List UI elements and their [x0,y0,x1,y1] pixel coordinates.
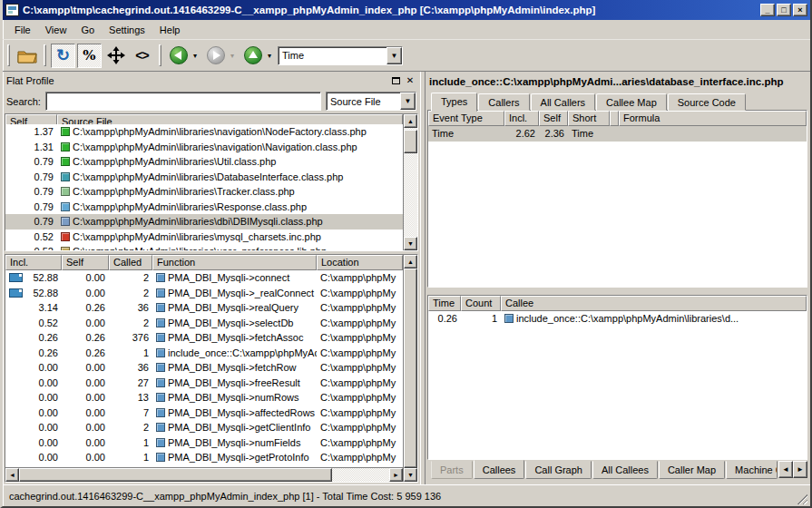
tab-callees[interactable]: Callees [474,460,525,479]
back-button[interactable] [166,44,191,68]
tab-all-callers[interactable]: All Callers [531,93,596,111]
source-file-row[interactable]: 0.79C:\xampp\phpMyAdmin\libraries\Databa… [5,170,403,185]
tab-machine-code[interactable]: Machine Code [726,461,778,479]
function-horizontal-scrollbar[interactable]: ◄ ► [5,467,403,482]
close-button[interactable]: × [793,4,807,16]
cycle-detection-button[interactable]: ↻ [51,44,75,68]
column-header-incl[interactable]: Incl. [504,111,539,126]
tab-scroll-right-icon[interactable]: ► [793,461,807,478]
source-file-row[interactable]: 0.52C:\xampp\phpMyAdmin\libraries\mysql_… [5,230,403,245]
menu-item-settings[interactable]: Settings [103,23,152,37]
column-header-count[interactable]: Count [461,296,501,311]
function-name: PMA_DBI_Mysqli->fetchAssoc [168,332,303,343]
tab-callers[interactable]: Callers [478,93,529,111]
function-row[interactable]: 3.140.2636PMA_DBI_Mysqli->realQueryC:\xa… [5,300,403,316]
column-header-callee[interactable]: Callee [501,296,807,311]
source-file-path: C:\xampp\phpMyAdmin\libraries\DatabaseIn… [73,171,343,182]
minimize-button[interactable]: _ [760,4,775,16]
dock-float-button[interactable] [389,74,402,86]
expand-all-button[interactable] [103,44,128,68]
function-row[interactable]: 52.880.002PMA_DBI_Mysqli->_realConnectC:… [5,286,403,301]
column-header-short[interactable]: Short [568,111,610,126]
function-vertical-scrollbar[interactable]: ▲ ▼ [403,255,417,482]
column-header-incl[interactable]: Incl. [5,255,62,270]
column-header-event-type[interactable]: Event Type [428,111,504,126]
cell-called: 7 [109,405,152,421]
shorten-templates-button[interactable]: <> [130,44,154,68]
menu-item-go[interactable]: Go [74,23,101,37]
callee-row[interactable]: 0.261include_once::C:\xampp\phpMyAdmin\l… [428,311,807,327]
resize-grip[interactable] [796,493,807,504]
maximize-button[interactable]: □ [777,4,791,16]
up-button[interactable] [240,44,265,68]
function-row[interactable]: 0.260.261include_once::C:\xampp\phpMyAd.… [5,346,403,361]
scroll-thumb[interactable] [404,130,417,153]
column-header-called[interactable]: Called [109,255,152,270]
scroll-down-icon[interactable]: ▼ [404,468,417,482]
tab-types[interactable]: Types [431,93,477,112]
function-row[interactable]: 0.000.0013PMA_DBI_Mysqli->numRowsC:\xamp… [5,390,403,405]
cell-location: C:\xampp\phpMy [317,316,403,331]
menu-item-help[interactable]: Help [153,23,187,37]
menu-item-view[interactable]: View [39,23,73,37]
column-header-function[interactable]: Function [152,255,317,270]
function-row[interactable]: 0.000.0036PMA_DBI_Mysqli->fetchRowC:\xam… [5,360,403,376]
source-vertical-scrollbar[interactable]: ▲ ▼ [403,114,417,250]
dock-close-button[interactable]: ✕ [404,74,416,86]
combo-dropdown-icon[interactable]: ▼ [386,47,402,64]
tab-call-graph[interactable]: Call Graph [525,461,592,479]
event-type-row[interactable]: Time2.622.36Time [428,126,807,142]
scroll-left-icon[interactable]: ◄ [5,468,19,482]
open-file-button[interactable] [15,44,39,68]
source-file-path: C:\xampp\phpMyAdmin\libraries\dbi\DBIMys… [73,216,323,227]
scroll-up-icon[interactable]: ▲ [404,255,417,269]
column-header-formula[interactable]: Formula [619,111,807,126]
source-file-row[interactable]: 0.79C:\xampp\phpMyAdmin\libraries\Respon… [5,200,403,215]
function-row[interactable]: 0.000.007PMA_DBI_Mysqli->affectedRowsC:\… [5,405,403,421]
back-dropdown-arrow[interactable]: ▾ [191,52,200,60]
scroll-down-icon[interactable]: ▼ [404,237,417,250]
tab-caller-map[interactable]: Caller Map [659,461,725,479]
column-header-self[interactable]: Self [539,111,568,126]
tab-callee-map[interactable]: Callee Map [596,93,667,111]
function-row[interactable]: 0.520.002PMA_DBI_Mysqli->selectDbC:\xamp… [5,316,403,331]
column-header-time[interactable]: Time [428,296,461,311]
function-row[interactable]: 0.000.002PMA_DBI_Mysqli->getClientInfoC:… [5,420,403,435]
function-row[interactable]: 0.000.001PMA_DBI_Mysqli->getProtoInfoC:\… [5,450,403,465]
menu-bar: FileViewGoSettingsHelp [3,20,810,40]
up-dropdown-arrow[interactable]: ▾ [265,52,274,60]
tab-parts[interactable]: Parts [431,461,473,479]
source-file-row[interactable]: 1.31C:\xampp\phpMyAdmin\libraries\naviga… [5,140,403,155]
function-row[interactable]: 0.000.001PMA_DBI_Mysqli->numFieldsC:\xam… [5,435,403,451]
column-header-location[interactable]: Location [317,255,403,270]
source-file-row[interactable]: 0.79C:\xampp\phpMyAdmin\libraries\Tracke… [5,184,403,200]
source-file-row[interactable]: 1.37C:\xampp\phpMyAdmin\libraries\naviga… [5,124,403,140]
event-type-combo[interactable]: Time ▼ [278,46,403,65]
cell-incl: 52.88 [5,286,62,301]
menu-item-file[interactable]: File [8,23,37,37]
source-file-row[interactable]: 0.52C:\xampp\phpMyAdmin\libraries\user_p… [5,244,403,250]
toolbar-handle[interactable] [7,44,10,66]
source-file-row[interactable]: 0.79C:\xampp\phpMyAdmin\libraries\dbi\DB… [5,214,403,230]
grouping-combo[interactable]: Source File ▼ [326,92,416,111]
title-bar[interactable]: C:\xampp\tmp\cachegrind.out.1416463299-C… [3,0,810,20]
cell-self: 1.37 [5,124,57,140]
tab-all-callees[interactable]: All Callees [592,461,658,479]
scroll-up-icon[interactable]: ▲ [404,114,417,128]
relative-percent-button[interactable]: % [77,44,102,68]
column-header-self[interactable]: Self [62,255,109,270]
function-row[interactable]: 0.260.26376PMA_DBI_Mysqli->fetchAssocC:\… [5,330,403,346]
tab-scroll-left-icon[interactable]: ◄ [778,461,793,478]
dock-title: Flat Profile [6,75,387,86]
function-row[interactable]: 52.880.002PMA_DBI_Mysqli->connectC:\xamp… [5,270,403,286]
scroll-right-icon[interactable]: ► [389,468,403,482]
scroll-thumb[interactable] [404,269,417,468]
source-file-path: C:\xampp\phpMyAdmin\libraries\user_prefe… [73,246,327,250]
tab-source-code[interactable]: Source Code [668,93,746,111]
search-input[interactable] [45,92,321,111]
combo-dropdown-icon[interactable]: ▼ [400,93,416,110]
function-row[interactable]: 0.000.0027PMA_DBI_Mysqli->freeResultC:\x… [5,376,403,391]
source-file-row[interactable]: 0.79C:\xampp\phpMyAdmin\libraries\Util.c… [5,154,403,170]
dock-header[interactable]: Flat Profile ✕ [3,72,420,89]
scroll-thumb[interactable] [19,468,332,482]
